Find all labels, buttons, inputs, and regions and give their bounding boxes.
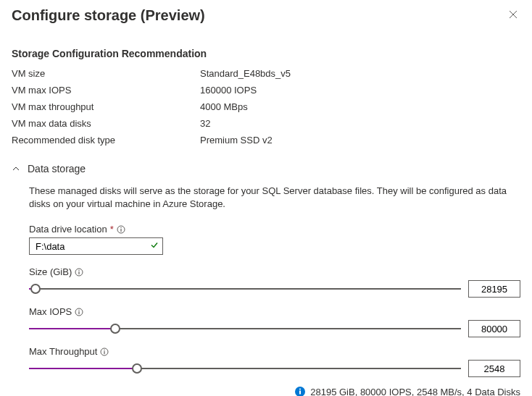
close-icon[interactable] xyxy=(506,6,520,25)
drive-location-label: Data drive location * xyxy=(29,224,520,235)
size-label: Size (GiB) xyxy=(29,266,520,277)
svg-point-1 xyxy=(120,227,121,228)
svg-rect-5 xyxy=(79,271,80,274)
svg-rect-8 xyxy=(79,311,80,314)
recommendation-row: VM size Standard_E48bds_v5 xyxy=(12,68,520,79)
svg-point-13 xyxy=(299,389,301,390)
throughput-value-input[interactable] xyxy=(468,360,520,377)
drive-location-input[interactable] xyxy=(29,237,163,255)
recommendation-value: Standard_E48bds_v5 xyxy=(200,68,291,79)
info-icon[interactable] xyxy=(75,268,83,277)
size-slider[interactable] xyxy=(29,280,520,298)
recommendation-label: VM max IOPS xyxy=(12,85,200,96)
data-storage-body: These managed disks will serve as the st… xyxy=(12,185,520,396)
recommendation-value: 160000 IOPS xyxy=(200,85,257,96)
required-indicator: * xyxy=(110,224,114,235)
iops-label: Max IOPS xyxy=(29,306,520,317)
size-slider-row: Size (GiB) xyxy=(29,266,520,298)
svg-point-4 xyxy=(79,270,80,271)
iops-slider-row: Max IOPS xyxy=(29,306,520,337)
storage-summary: 28195 GiB, 80000 IOPS, 2548 MB/s, 4 Data… xyxy=(29,386,520,396)
recommendation-value: Premium SSD v2 xyxy=(200,135,273,146)
info-icon xyxy=(294,386,306,396)
slider-thumb[interactable] xyxy=(132,363,142,374)
data-storage-description: These managed disks will serve as the st… xyxy=(29,185,520,211)
svg-point-7 xyxy=(79,310,80,311)
info-icon[interactable] xyxy=(75,308,83,316)
recommendation-label: VM max data disks xyxy=(12,118,200,129)
recommendation-row: VM max throughput 4000 MBps xyxy=(12,101,520,112)
svg-rect-14 xyxy=(299,391,301,395)
data-storage-toggle[interactable]: Data storage xyxy=(12,163,520,174)
data-storage-title: Data storage xyxy=(28,163,86,174)
info-icon[interactable] xyxy=(117,225,125,234)
slider-thumb[interactable] xyxy=(110,324,120,334)
throughput-slider-row: Max Throughput xyxy=(29,346,520,377)
recommendation-title: Storage Configuration Recommendation xyxy=(12,48,520,59)
panel-header: Configure storage (Preview) xyxy=(12,6,520,25)
slider-thumb[interactable] xyxy=(30,284,41,294)
drive-location-input-wrap xyxy=(29,237,163,255)
recommendation-value: 4000 MBps xyxy=(200,101,248,112)
svg-rect-11 xyxy=(104,351,105,354)
recommendation-row: VM max IOPS 160000 IOPS xyxy=(12,85,520,96)
page-title: Configure storage (Preview) xyxy=(12,7,205,24)
recommendation-label: VM size xyxy=(12,68,200,79)
info-icon[interactable] xyxy=(100,347,109,356)
svg-point-10 xyxy=(104,350,105,350)
size-value-input[interactable] xyxy=(468,280,520,298)
recommendation-label: VM max throughput xyxy=(12,101,200,112)
recommendation-row: VM max data disks 32 xyxy=(12,118,520,129)
throughput-label: Max Throughput xyxy=(29,346,520,357)
storage-summary-text: 28195 GiB, 80000 IOPS, 2548 MB/s, 4 Data… xyxy=(310,387,520,396)
data-storage-section: Data storage These managed disks will se… xyxy=(12,163,520,396)
iops-value-input[interactable] xyxy=(468,320,520,337)
chevron-up-icon xyxy=(12,164,20,173)
iops-slider[interactable] xyxy=(29,320,520,337)
checkmark-icon xyxy=(150,241,159,252)
svg-rect-2 xyxy=(120,229,121,232)
recommendation-value: 32 xyxy=(200,118,210,129)
recommendation-label: Recommended disk type xyxy=(12,135,200,146)
recommendation-row: Recommended disk type Premium SSD v2 xyxy=(12,135,520,146)
recommendation-section: Storage Configuration Recommendation VM … xyxy=(12,48,520,146)
throughput-slider[interactable] xyxy=(29,360,520,377)
